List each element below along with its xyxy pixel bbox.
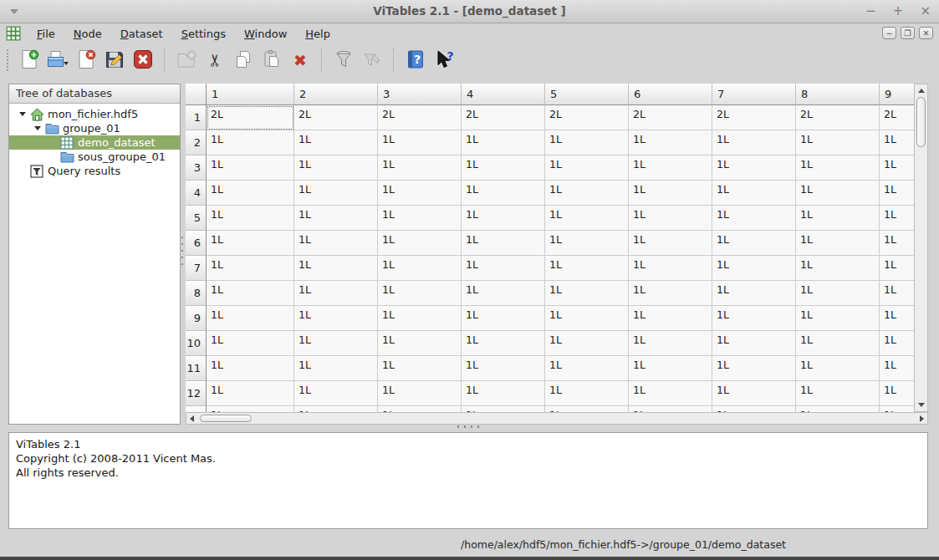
- cell[interactable]: 1L: [294, 356, 378, 381]
- cell[interactable]: 1L: [462, 181, 545, 206]
- cell[interactable]: 1L: [294, 256, 378, 281]
- cell[interactable]: 1L: [880, 331, 914, 356]
- cell[interactable]: 1L: [880, 306, 914, 331]
- tree-item-sous-groupe-01[interactable]: sous_groupe_01: [9, 150, 180, 164]
- cell[interactable]: 1L: [712, 306, 796, 331]
- open-file-button[interactable]: [43, 47, 72, 74]
- cell[interactable]: 2L: [462, 105, 545, 130]
- cell[interactable]: 1L: [545, 206, 629, 231]
- cell[interactable]: 1L: [712, 231, 796, 256]
- vertical-scrollbar-thumb[interactable]: [916, 97, 926, 147]
- column-header-1[interactable]: 1: [207, 84, 294, 105]
- cell[interactable]: 2L: [629, 105, 712, 130]
- cell[interactable]: 1L: [629, 331, 712, 356]
- cut-node-button[interactable]: ✂: [201, 47, 229, 74]
- cell[interactable]: 1L: [880, 155, 914, 181]
- horizontal-scrollbar-thumb[interactable]: [200, 415, 252, 422]
- mdi-restore-button[interactable]: ❐: [901, 27, 915, 39]
- cell[interactable]: 1L: [629, 256, 712, 281]
- cell[interactable]: 1L: [378, 206, 462, 231]
- scroll-right-icon[interactable]: [920, 415, 924, 422]
- log-splitter-handle[interactable]: [457, 425, 482, 428]
- cell[interactable]: 1L: [880, 231, 914, 256]
- cell[interactable]: 1L: [294, 331, 378, 356]
- scroll-down-icon[interactable]: [918, 403, 925, 407]
- cell[interactable]: 1L: [880, 356, 914, 381]
- cell[interactable]: 1L: [545, 231, 629, 256]
- cell[interactable]: 1L: [629, 281, 712, 306]
- cell[interactable]: 1L: [294, 206, 378, 231]
- cell[interactable]: 1L: [378, 381, 462, 406]
- cell[interactable]: 2L: [796, 105, 880, 130]
- mdi-minimize-button[interactable]: −: [882, 27, 896, 39]
- menu-window[interactable]: Window: [235, 25, 296, 43]
- maximize-button[interactable]: +: [893, 3, 904, 18]
- cell[interactable]: 1L: [207, 381, 294, 406]
- row-header-10[interactable]: 10: [186, 331, 207, 356]
- tree-item-mon-fichier-hdf5[interactable]: mon_fichier.hdf5: [9, 107, 180, 121]
- cell[interactable]: 1L: [880, 181, 914, 206]
- cell[interactable]: 1L: [207, 306, 294, 331]
- cell[interactable]: 1L: [712, 130, 796, 155]
- cell[interactable]: 1L: [207, 356, 294, 381]
- column-header-8[interactable]: 8: [796, 84, 880, 105]
- cell[interactable]: 1L: [462, 306, 545, 331]
- cell[interactable]: 2L: [207, 105, 294, 130]
- cell[interactable]: 1L: [545, 181, 629, 206]
- copy-node-button[interactable]: [229, 47, 258, 74]
- column-header-4[interactable]: 4: [462, 84, 545, 105]
- cell[interactable]: 1L: [207, 231, 294, 256]
- cell[interactable]: 1L: [629, 381, 712, 406]
- cell[interactable]: 2L: [880, 105, 914, 130]
- cell[interactable]: 1L: [378, 356, 462, 381]
- cell[interactable]: 1L: [880, 281, 914, 306]
- cell[interactable]: 1L: [462, 356, 545, 381]
- row-header-7[interactable]: 7: [186, 256, 207, 281]
- cell[interactable]: 1L: [378, 331, 462, 356]
- cell[interactable]: 1L: [796, 381, 880, 406]
- cell[interactable]: 1L: [880, 130, 914, 155]
- new-query-button[interactable]: [329, 47, 358, 74]
- cell[interactable]: 1L: [796, 155, 880, 181]
- cell[interactable]: 1L: [207, 256, 294, 281]
- cell[interactable]: 1L: [545, 281, 629, 306]
- cell[interactable]: 1L: [294, 155, 378, 181]
- cell[interactable]: 1L: [378, 130, 462, 155]
- cell[interactable]: 1L: [880, 206, 914, 231]
- close-file-button[interactable]: [72, 47, 100, 74]
- cell[interactable]: 1L: [712, 381, 796, 406]
- cell[interactable]: 1L: [880, 381, 914, 406]
- mdi-close-button[interactable]: ✕: [919, 27, 933, 39]
- close-button[interactable]: ×: [920, 3, 931, 18]
- cell[interactable]: 1L: [294, 406, 378, 412]
- save-file-as-button[interactable]: [100, 47, 129, 74]
- tree-item-demo-dataset[interactable]: demo_dataset: [9, 135, 180, 150]
- menu-file[interactable]: File: [28, 25, 64, 43]
- cell[interactable]: 1L: [378, 281, 462, 306]
- menu-node[interactable]: Node: [64, 25, 111, 43]
- cell[interactable]: 1L: [880, 406, 914, 412]
- cell[interactable]: 1L: [462, 206, 545, 231]
- cell[interactable]: 1L: [294, 181, 378, 206]
- scroll-left-icon[interactable]: [190, 415, 194, 422]
- tree-table-splitter-handle[interactable]: [181, 237, 183, 265]
- cell[interactable]: 1L: [796, 281, 880, 306]
- cell[interactable]: 1L: [207, 155, 294, 181]
- cell[interactable]: 1L: [629, 356, 712, 381]
- column-header-5[interactable]: 5: [545, 84, 629, 105]
- new-file-button[interactable]: [15, 47, 43, 74]
- row-header-11[interactable]: 11: [186, 356, 207, 381]
- paste-node-button[interactable]: [258, 47, 286, 74]
- cell[interactable]: 1L: [378, 231, 462, 256]
- cell[interactable]: 1L: [796, 206, 880, 231]
- cell[interactable]: 1L: [629, 406, 712, 412]
- row-header-9[interactable]: 9: [186, 306, 207, 331]
- cell[interactable]: 1L: [378, 181, 462, 206]
- cell[interactable]: 1L: [796, 331, 880, 356]
- tree-item-groupe-01[interactable]: groupe_01: [9, 121, 180, 135]
- row-header-8[interactable]: 8: [186, 281, 207, 306]
- cell[interactable]: 1L: [207, 130, 294, 155]
- cell[interactable]: 1L: [712, 331, 796, 356]
- expander-arrow-icon[interactable]: [31, 126, 44, 130]
- menu-settings[interactable]: Settings: [172, 25, 235, 43]
